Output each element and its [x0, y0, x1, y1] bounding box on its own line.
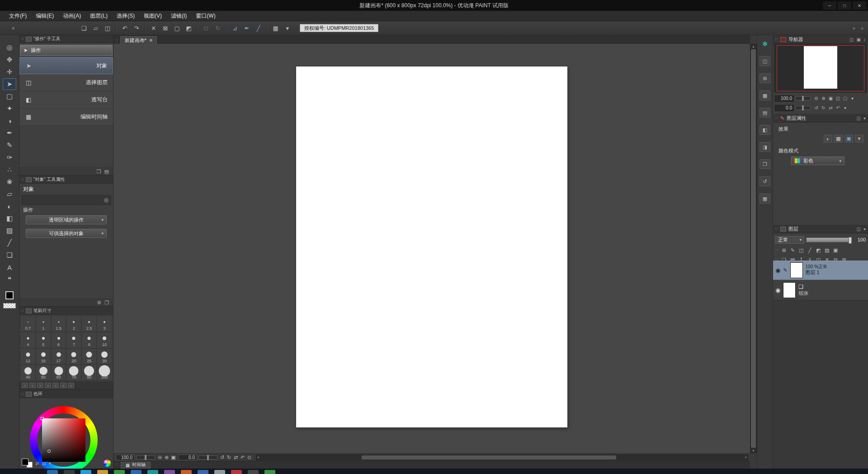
figure-tool[interactable]: ╱	[3, 237, 16, 249]
close-button[interactable]: ✕	[853, 1, 866, 9]
nav-zoom-out-icon[interactable]: ⊖	[813, 95, 820, 102]
taskbar-app-icon[interactable]	[47, 470, 58, 474]
menu-item-window[interactable]: 窗口(W)	[191, 11, 220, 21]
layer-row[interactable]: ◉❏纸张	[773, 280, 868, 300]
balloon-tool[interactable]: ❝	[3, 274, 16, 285]
brush-size-25[interactable]: 25	[81, 348, 97, 365]
new-file-button[interactable]: ❏	[79, 23, 90, 33]
taskbar-app-icon[interactable]	[198, 470, 208, 474]
status-rotate-cw-icon[interactable]: ↻	[226, 454, 232, 460]
hue-marker[interactable]	[41, 417, 44, 420]
taskbar-app-icon[interactable]	[231, 470, 242, 474]
status-zoom-out-icon[interactable]: ⊖	[156, 454, 163, 460]
approximate-color-icon[interactable]	[104, 460, 111, 467]
delete-subtool-icon[interactable]: ▤	[104, 169, 109, 175]
redo-button[interactable]: ↷	[131, 23, 142, 33]
toolbar-expand-icon[interactable]: »	[853, 25, 855, 31]
eraser-tool[interactable]: ▱	[3, 188, 16, 200]
zoom-value-box[interactable]: 100.0	[116, 455, 135, 460]
brush-size-100[interactable]: 100	[97, 365, 112, 381]
brush-size-2.5[interactable]: 2.5	[81, 316, 97, 332]
opacity-value[interactable]: 100	[854, 237, 866, 242]
navigator-zoom-value[interactable]: 100.0	[775, 95, 794, 102]
brush-size-6[interactable]: 6	[51, 332, 66, 348]
brush-size-70[interactable]: 70	[66, 365, 81, 381]
status-flip-horizontal-icon[interactable]: ⇄	[232, 454, 239, 460]
history-palette-icon[interactable]: ↺	[760, 176, 770, 186]
reset-defaults-icon[interactable]: ❐	[104, 300, 109, 306]
delete-button[interactable]: ✕	[148, 23, 159, 33]
menu-item-select[interactable]: 选择(S)	[112, 11, 139, 21]
scroll-up-icon[interactable]: ▲	[750, 45, 756, 48]
navigator-menu-icon[interactable]: ↕	[863, 37, 866, 42]
brush-size-3[interactable]: 3	[97, 316, 112, 332]
brush-size-20[interactable]: 20	[66, 348, 81, 365]
status-reset-rotation-icon[interactable]: ↶	[239, 454, 246, 460]
rotation-slider[interactable]	[198, 455, 217, 460]
brush-size-17[interactable]: 17	[51, 348, 66, 365]
nav-rotate-cw-icon[interactable]: ↻	[820, 104, 827, 111]
layer-color-effect-icon[interactable]: ▣	[844, 135, 853, 142]
transparent-color-swatch[interactable]	[3, 303, 16, 308]
taskbar-app-icon[interactable]	[64, 470, 75, 474]
layer-mask-icon[interactable]: ◫	[797, 246, 805, 254]
layers-menu-caret[interactable]: ▾	[863, 227, 866, 232]
grid-options-caret[interactable]: ▾	[282, 23, 293, 33]
hand-tool[interactable]: ✥	[3, 54, 16, 66]
material-2-palette-icon[interactable]: ◨	[760, 142, 770, 152]
document-tab[interactable]: 新建画布*	[120, 36, 157, 44]
subtool-object[interactable]: ➤对象	[19, 57, 113, 74]
brush-size-80[interactable]: 80	[81, 365, 97, 381]
material-texture-palette-icon[interactable]: ▩	[760, 90, 770, 100]
subtool-edit-timeline[interactable]: ▦编辑时间轴	[19, 109, 113, 126]
horizontal-scrollbar[interactable]: ◂ ▸	[256, 455, 748, 460]
fill-tool[interactable]: ◧	[3, 213, 16, 224]
scroll-down-icon[interactable]: ▼	[750, 449, 756, 452]
effect-more-caret[interactable]: ▾	[855, 135, 863, 142]
marquee-tool[interactable]: ▢	[3, 90, 16, 102]
transparent-area-dropdown[interactable]: 透明区域的操作 ▾	[26, 215, 107, 224]
panel-tab-icon[interactable]	[26, 37, 32, 42]
layer-property-menu-caret[interactable]: ▾	[863, 116, 866, 121]
layers-tab-2-icon[interactable]: ◫	[857, 227, 861, 232]
layer-property-tab-2-icon[interactable]: ◫	[857, 116, 861, 121]
status-fit-window-icon[interactable]: ▣	[170, 454, 177, 460]
status-view-options-icon[interactable]: ⊙	[246, 454, 253, 460]
brush-size-15[interactable]: 15	[36, 348, 51, 365]
material-1-palette-icon[interactable]: ◧	[760, 125, 770, 135]
brush-size-40[interactable]: 40	[20, 365, 36, 381]
tone-effect-icon[interactable]: ◐	[824, 135, 832, 142]
lock-transparent-pixels-icon[interactable]: ▨	[823, 246, 831, 254]
nav-fit-screen-icon[interactable]: ◫	[835, 95, 841, 102]
open-file-button[interactable]: ▱	[90, 23, 101, 33]
brush-size-1.5[interactable]: 1.5	[51, 316, 66, 332]
lock-layer-icon[interactable]: ◩	[815, 246, 822, 254]
canvas-document[interactable]	[296, 66, 567, 427]
scroll-left-icon[interactable]: ◂	[257, 455, 259, 460]
brush-size-5[interactable]: 5	[36, 332, 51, 348]
nav-zoom-in-icon[interactable]: ⊕	[820, 95, 827, 102]
text-tool[interactable]: A	[3, 261, 16, 273]
document-tab-dot-icon[interactable]	[150, 39, 152, 42]
minimize-button[interactable]: ─	[823, 1, 836, 9]
nav-flip-horizontal-icon[interactable]: ⇄	[827, 104, 834, 111]
subtool-group-header[interactable]: ➤ 操作	[20, 45, 113, 56]
item-bank-palette-icon[interactable]: ▤	[760, 108, 770, 118]
panel-tab-icon[interactable]	[26, 177, 32, 182]
color-option-caret[interactable]: ▾	[49, 461, 51, 466]
nav-reset-rotation-icon[interactable]: ↶	[835, 104, 841, 111]
layer-property-tab-icon[interactable]: ✎	[780, 115, 784, 121]
scroll-right-icon[interactable]: ▸	[745, 455, 747, 460]
toolbar-collapse-right-icon[interactable]: «	[861, 25, 863, 31]
taskbar-app-icon[interactable]	[181, 470, 192, 474]
navigator-tab-3-icon[interactable]: ▣	[857, 37, 861, 42]
nav-rotate-options-caret[interactable]: ▾	[842, 104, 849, 111]
layers-tab-icon[interactable]	[780, 227, 786, 232]
reference-layer-icon[interactable]: ▣	[832, 246, 840, 254]
snap-to-guide-button[interactable]: ╱	[253, 23, 264, 33]
nav-actual-size-icon[interactable]: ▢	[842, 95, 849, 102]
collapse-all-palettes-icon[interactable]: ✻	[760, 39, 770, 49]
horizontal-scrollbar-thumb[interactable]	[362, 455, 616, 460]
undo-button[interactable]: ↶	[119, 23, 130, 33]
brush-size-30[interactable]: 30	[97, 348, 112, 365]
